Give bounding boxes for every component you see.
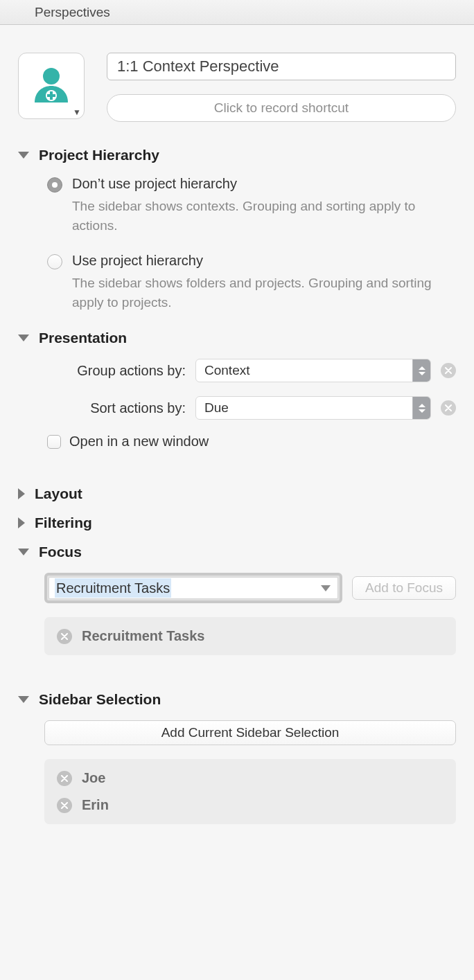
- open-new-window-label: Open in a new window: [69, 434, 209, 449]
- section-title: Presentation: [39, 330, 127, 346]
- record-shortcut-label: Click to record shortcut: [214, 100, 349, 116]
- sidebar-item-label: Joe: [82, 770, 105, 786]
- add-to-focus-button[interactable]: Add to Focus: [352, 576, 456, 600]
- radio-label: Use project hierarchy: [72, 253, 203, 269]
- disclosure-icon: [18, 335, 29, 341]
- perspectives-window: Perspectives ▼ 1:1 Context Perspective: [0, 0, 474, 980]
- section-sidebar-selection: Sidebar Selection Add Current Sidebar Se…: [18, 691, 456, 824]
- perspective-icon-well[interactable]: ▼: [18, 53, 85, 119]
- section-title: Layout: [35, 485, 82, 502]
- section-focus: Focus Recruitment Tasks Add to Focus: [18, 544, 456, 655]
- group-by-value: Context: [196, 359, 412, 382]
- disclosure-icon: [18, 696, 29, 703]
- clear-sort-by-button[interactable]: [441, 400, 456, 416]
- focus-combobox-value: Recruitment Tasks: [49, 578, 314, 598]
- perspective-name-input[interactable]: 1:1 Context Perspective: [107, 53, 456, 80]
- stepper-icon: [412, 359, 430, 382]
- section-header-presentation[interactable]: Presentation: [18, 330, 456, 346]
- radio-icon: [47, 177, 62, 193]
- section-presentation: Presentation Group actions by: Context S…: [18, 330, 456, 449]
- section-header-filtering[interactable]: Filtering: [18, 515, 456, 531]
- window-title: Perspectives: [35, 5, 110, 20]
- chevron-down-icon: [314, 578, 337, 598]
- clear-group-by-button[interactable]: [441, 363, 456, 378]
- focus-combobox[interactable]: Recruitment Tasks: [49, 577, 338, 599]
- section-project-hierarchy: Project Hierarchy Don’t use project hier…: [18, 147, 456, 312]
- add-sidebar-selection-label: Add Current Sidebar Selection: [161, 725, 340, 740]
- group-by-select[interactable]: Context: [195, 359, 431, 382]
- add-sidebar-selection-button[interactable]: Add Current Sidebar Selection: [44, 720, 456, 745]
- sidebar-selection-item: Joe: [51, 765, 449, 792]
- focus-item-label: Recruitment Tasks: [82, 628, 204, 644]
- section-header-focus[interactable]: Focus: [18, 544, 456, 560]
- open-new-window-checkbox[interactable]: [47, 435, 61, 449]
- focus-items: Recruitment Tasks: [44, 617, 456, 655]
- sidebar-selection-items: Joe Erin: [44, 759, 456, 824]
- section-title: Filtering: [35, 515, 92, 531]
- sidebar-item-label: Erin: [82, 797, 109, 813]
- section-title: Project Hierarchy: [39, 147, 159, 163]
- section-title: Sidebar Selection: [39, 691, 161, 708]
- disclosure-icon: [18, 152, 29, 159]
- record-shortcut-button[interactable]: Click to record shortcut: [107, 94, 456, 122]
- section-header-layout[interactable]: Layout: [18, 485, 456, 502]
- group-by-label: Group actions by:: [47, 363, 186, 379]
- radio-desc: The sidebar shows folders and projects. …: [18, 274, 456, 312]
- remove-focus-item-button[interactable]: [57, 629, 72, 644]
- radio-label: Don’t use project hierarchy: [72, 176, 237, 192]
- section-header-project-hierarchy[interactable]: Project Hierarchy: [18, 147, 456, 163]
- svg-rect-2: [47, 94, 55, 97]
- section-header-sidebar-selection[interactable]: Sidebar Selection: [18, 691, 456, 708]
- radio-icon: [47, 254, 62, 269]
- remove-sidebar-item-button[interactable]: [57, 771, 72, 786]
- sort-by-value: Due: [196, 397, 412, 419]
- sidebar-selection-item: Erin: [51, 792, 449, 819]
- sort-by-label: Sort actions by:: [47, 400, 186, 416]
- window-titlebar: Perspectives: [0, 0, 474, 25]
- focus-item: Recruitment Tasks: [51, 623, 449, 650]
- person-plus-icon: [29, 64, 73, 108]
- chevron-down-icon: ▼: [73, 107, 81, 117]
- section-layout: Layout: [18, 485, 456, 502]
- sort-by-select[interactable]: Due: [195, 396, 431, 420]
- perspective-name-value: 1:1 Context Perspective: [117, 57, 279, 75]
- radio-dont-use-hierarchy[interactable]: Don’t use project hierarchy: [18, 176, 456, 193]
- add-to-focus-label: Add to Focus: [365, 580, 443, 596]
- radio-desc: The sidebar shows contexts. Grouping and…: [18, 197, 456, 235]
- stepper-icon: [412, 397, 430, 419]
- radio-use-hierarchy[interactable]: Use project hierarchy: [18, 253, 456, 269]
- section-title: Focus: [39, 544, 82, 560]
- section-filtering: Filtering: [18, 515, 456, 531]
- disclosure-icon: [18, 488, 25, 499]
- disclosure-icon: [18, 517, 25, 528]
- disclosure-icon: [18, 549, 29, 555]
- remove-sidebar-item-button[interactable]: [57, 798, 72, 813]
